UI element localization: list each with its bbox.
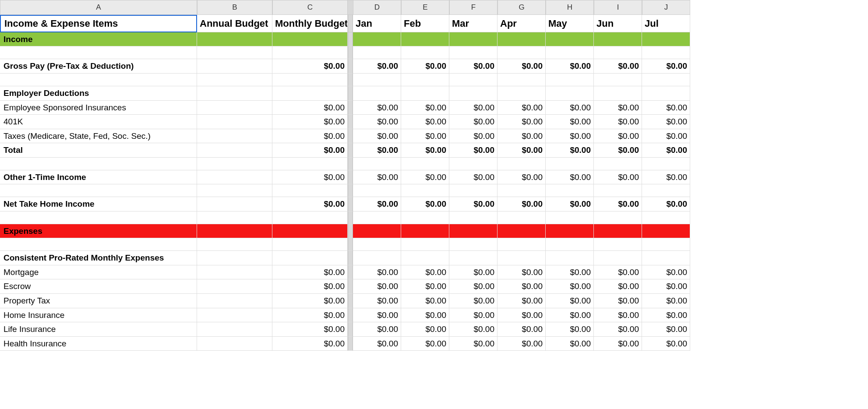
cell-value[interactable] bbox=[546, 32, 594, 47]
cell-value[interactable]: $0.00 bbox=[401, 197, 449, 212]
cell-value[interactable] bbox=[197, 74, 272, 86]
cell-value[interactable] bbox=[498, 184, 546, 197]
cell-value[interactable]: $0.00 bbox=[546, 115, 594, 129]
cell-value[interactable] bbox=[272, 158, 348, 170]
cell-value[interactable] bbox=[594, 251, 642, 265]
column-gap[interactable] bbox=[348, 46, 353, 59]
row-label[interactable] bbox=[0, 238, 197, 251]
cell-value[interactable]: $0.00 bbox=[498, 265, 546, 280]
cell-value[interactable]: $0.00 bbox=[546, 59, 594, 74]
row-label[interactable]: Consistent Pro-Rated Monthly Expenses bbox=[0, 251, 197, 265]
cell-value[interactable] bbox=[401, 224, 449, 239]
cell-value[interactable]: $0.00 bbox=[498, 115, 546, 129]
cell-value[interactable] bbox=[594, 238, 642, 251]
cell-value[interactable]: $0.00 bbox=[449, 322, 498, 337]
cell-value[interactable] bbox=[272, 251, 348, 265]
cell-value[interactable] bbox=[401, 184, 449, 197]
cell-value[interactable] bbox=[401, 46, 449, 59]
cell-value[interactable]: $0.00 bbox=[642, 59, 690, 74]
row-label[interactable]: Gross Pay (Pre-Tax & Deduction) bbox=[0, 59, 197, 74]
cell-value[interactable]: $0.00 bbox=[546, 322, 594, 337]
cell-value[interactable]: $0.00 bbox=[594, 197, 642, 212]
cell-value[interactable]: $0.00 bbox=[353, 294, 401, 308]
cell-value[interactable]: $0.00 bbox=[401, 308, 449, 323]
cell-value[interactable]: $0.00 bbox=[642, 115, 690, 129]
cell-value[interactable] bbox=[498, 46, 546, 59]
cell-value[interactable]: $0.00 bbox=[498, 101, 546, 115]
cell-value[interactable] bbox=[353, 32, 401, 47]
cell-value[interactable] bbox=[401, 212, 449, 224]
cell-value[interactable] bbox=[197, 101, 272, 115]
cell-value[interactable] bbox=[642, 212, 690, 224]
cell-value[interactable] bbox=[449, 184, 498, 197]
cell-value[interactable] bbox=[594, 32, 642, 47]
cell-value[interactable]: $0.00 bbox=[401, 265, 449, 280]
cell-value[interactable]: $0.00 bbox=[594, 294, 642, 308]
cell-value[interactable] bbox=[401, 158, 449, 170]
cell-value[interactable]: $0.00 bbox=[449, 265, 498, 280]
cell-value[interactable] bbox=[594, 184, 642, 197]
header-label[interactable]: Jun bbox=[594, 15, 642, 32]
cell-value[interactable]: $0.00 bbox=[272, 115, 348, 129]
column-gap[interactable] bbox=[348, 101, 353, 115]
cell-value[interactable] bbox=[449, 238, 498, 251]
cell-value[interactable] bbox=[642, 238, 690, 251]
column-header[interactable]: H bbox=[546, 0, 594, 15]
cell-value[interactable]: $0.00 bbox=[353, 170, 401, 185]
cell-value[interactable] bbox=[642, 224, 690, 239]
cell-value[interactable] bbox=[594, 86, 642, 101]
header-label[interactable]: Jan bbox=[353, 15, 401, 32]
row-label[interactable] bbox=[0, 158, 197, 170]
spreadsheet-grid[interactable]: ABCDEFGHIJIncome & Expense ItemsAnnual B… bbox=[0, 0, 868, 351]
cell-value[interactable] bbox=[449, 251, 498, 265]
cell-value[interactable] bbox=[197, 238, 272, 251]
cell-value[interactable]: $0.00 bbox=[594, 308, 642, 323]
cell-value[interactable] bbox=[594, 224, 642, 239]
cell-value[interactable]: $0.00 bbox=[353, 337, 401, 351]
row-label[interactable]: Other 1-Time Income bbox=[0, 170, 197, 185]
cell-value[interactable]: $0.00 bbox=[401, 129, 449, 144]
cell-value[interactable]: $0.00 bbox=[594, 59, 642, 74]
cell-value[interactable] bbox=[272, 74, 348, 86]
cell-value[interactable] bbox=[197, 265, 272, 280]
cell-value[interactable] bbox=[546, 251, 594, 265]
cell-value[interactable]: $0.00 bbox=[449, 115, 498, 129]
row-label[interactable]: Taxes (Medicare, State, Fed, Soc. Sec.) bbox=[0, 129, 197, 144]
row-label[interactable] bbox=[0, 184, 197, 197]
cell-value[interactable]: $0.00 bbox=[449, 101, 498, 115]
cell-value[interactable] bbox=[353, 74, 401, 86]
cell-value[interactable]: $0.00 bbox=[642, 279, 690, 294]
cell-value[interactable]: $0.00 bbox=[272, 279, 348, 294]
cell-value[interactable] bbox=[272, 224, 348, 239]
row-label[interactable]: Home Insurance bbox=[0, 308, 197, 323]
cell-value[interactable] bbox=[449, 212, 498, 224]
cell-value[interactable]: $0.00 bbox=[272, 129, 348, 144]
cell-value[interactable]: $0.00 bbox=[498, 59, 546, 74]
cell-value[interactable] bbox=[197, 224, 272, 239]
cell-value[interactable]: $0.00 bbox=[272, 294, 348, 308]
cell-value[interactable] bbox=[642, 46, 690, 59]
cell-value[interactable]: $0.00 bbox=[401, 279, 449, 294]
cell-value[interactable]: $0.00 bbox=[642, 101, 690, 115]
cell-value[interactable] bbox=[197, 86, 272, 101]
cell-value[interactable] bbox=[197, 170, 272, 185]
cell-value[interactable] bbox=[449, 74, 498, 86]
column-gap[interactable] bbox=[348, 158, 353, 170]
cell-value[interactable] bbox=[197, 115, 272, 129]
column-header[interactable]: B bbox=[197, 0, 272, 15]
header-label[interactable]: May bbox=[546, 15, 594, 32]
header-label[interactable]: Apr bbox=[498, 15, 546, 32]
cell-value[interactable]: $0.00 bbox=[642, 294, 690, 308]
column-gap[interactable] bbox=[348, 32, 353, 47]
row-label[interactable]: Net Take Home Income bbox=[0, 197, 197, 212]
cell-value[interactable]: $0.00 bbox=[642, 308, 690, 323]
cell-value[interactable] bbox=[197, 308, 272, 323]
cell-value[interactable] bbox=[197, 184, 272, 197]
cell-value[interactable]: $0.00 bbox=[353, 197, 401, 212]
cell-value[interactable]: $0.00 bbox=[498, 170, 546, 185]
cell-value[interactable] bbox=[546, 158, 594, 170]
cell-value[interactable]: $0.00 bbox=[546, 265, 594, 280]
cell-value[interactable] bbox=[401, 32, 449, 47]
cell-value[interactable] bbox=[642, 184, 690, 197]
cell-value[interactable]: $0.00 bbox=[401, 101, 449, 115]
